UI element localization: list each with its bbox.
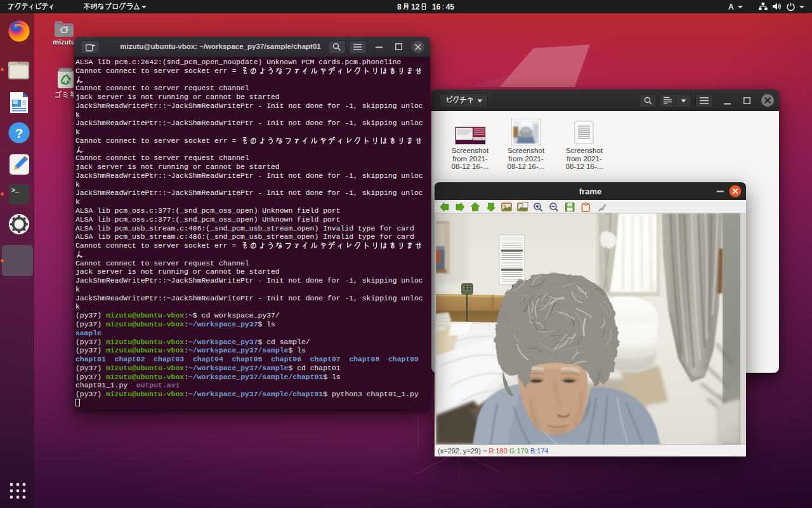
svg-text:?: ? [15,126,23,140]
svg-text:>_: >_ [11,187,20,194]
